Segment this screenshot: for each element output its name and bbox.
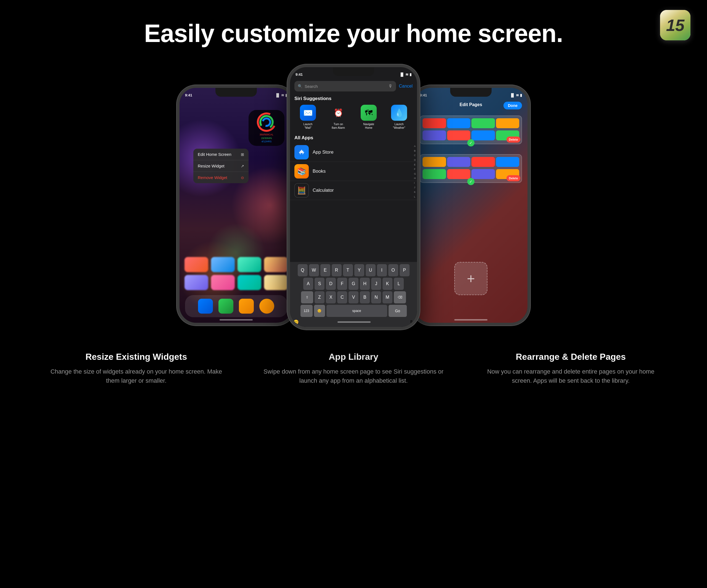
key-l[interactable]: L [394,278,404,290]
mini-app-9 [423,157,446,167]
right-time: 9:41 [420,93,427,97]
siri-app-mail[interactable]: ✉️ Launch"Mail" [294,105,322,130]
key-h[interactable]: H [360,278,370,290]
key-s[interactable]: S [314,278,325,290]
widgets-desc: Change the size of widgets already on yo… [44,367,228,385]
delete-badge-1[interactable]: Delete [506,136,520,142]
key-m[interactable]: M [382,291,393,303]
key-q[interactable]: Q [298,264,308,276]
context-item-remove[interactable]: Remove Widget ⊖ [193,172,248,183]
siri-weather-label: Launch"Weather" [393,122,405,130]
search-bar[interactable]: 🔍 Search 🎙 [294,81,396,92]
key-j[interactable]: J [371,278,381,290]
context-item-edit[interactable]: Edit Home Screen ⊞ [193,149,248,160]
activity-widget: 350/500CAL 15/30MIN 4/12HRS [248,110,284,146]
key-space[interactable]: space [327,305,387,317]
add-page-button[interactable]: + [454,262,487,295]
page-preview-1: ✓ Delete [420,116,522,144]
page-check-2: ✓ [467,178,474,185]
key-o[interactable]: O [388,264,398,276]
calories-stat: 350/500CAL [260,133,273,136]
key-w[interactable]: W [309,264,319,276]
mini-app-7 [471,130,495,140]
keyboard: Q W E R T Y U I O P A S D F G H [290,262,417,327]
mic-key-bottom: 🎙 [409,320,414,325]
edit-home-label: Edit Home Screen [198,152,231,157]
key-g[interactable]: G [348,278,359,290]
main-heading: Easily customize your home screen. [0,0,707,64]
home-indicator-left [220,319,253,321]
bottom-section: Resize Existing Widgets Change the size … [0,335,707,402]
resize-icon: ↗ [241,164,244,168]
clock-icon: ⏰ [330,105,346,121]
key-r[interactable]: R [332,264,342,276]
siri-app-clock[interactable]: ⏰ Turn on8am Alarm [325,105,352,130]
key-z[interactable]: Z [314,291,325,303]
keyboard-row-1: Q W E R T Y U I O P [291,264,416,276]
key-y[interactable]: Y [354,264,364,276]
key-b[interactable]: B [360,291,370,303]
blurred-app-7 [237,275,261,290]
siri-app-maps[interactable]: 🗺 NavigateHome [355,105,382,130]
left-time: 9:41 [185,93,192,97]
key-c[interactable]: C [337,291,347,303]
key-delete[interactable]: ⌫ [394,291,406,303]
key-i[interactable]: I [377,264,387,276]
widgets-title: Resize Existing Widgets [44,352,228,362]
key-n[interactable]: N [371,291,381,303]
key-go[interactable]: Go [389,305,407,317]
left-signals: ▐▌ ≋ ▮ [275,93,287,97]
center-time: 9:41 [296,72,303,76]
key-123[interactable]: 123 [300,305,313,317]
delete-badge-2[interactable]: Delete [506,175,520,181]
key-f[interactable]: F [337,278,347,290]
key-v[interactable]: V [348,291,359,303]
key-t[interactable]: T [343,264,353,276]
dock-app-safari[interactable] [239,299,254,314]
key-a[interactable]: A [303,278,313,290]
mini-app-5 [423,130,446,140]
context-item-resize[interactable]: Resize Widget ↗ [193,160,248,172]
cancel-button[interactable]: Cancel [399,84,413,89]
phone-right: 9:41 ▐▌ ≋ ▮ Done Edit Pages [411,85,530,326]
app-list-item-books[interactable]: 📚 Books [290,162,417,181]
center-power-button [419,106,420,122]
key-u[interactable]: U [366,264,376,276]
siri-app-weather[interactable]: 💧 Launch"Weather" [385,105,413,130]
key-p[interactable]: P [400,264,410,276]
left-phone-screen: 9:41 ▐▌ ≋ ▮ 350/500CAL 15/30MIN 4/12HRS [179,88,293,323]
center-signals: ▐▌ ≋ ▮ [399,72,411,76]
phones-container: 9:41 ▐▌ ≋ ▮ 350/500CAL 15/30MIN 4/12HRS [0,64,707,330]
left-notch [215,88,257,97]
key-k[interactable]: K [382,278,393,290]
dock-app-phone[interactable] [198,299,213,314]
app-list: App Store 📚 Books 🧮 Calculator A B C D E [290,143,417,200]
volume-up-button [177,138,177,154]
key-e[interactable]: E [321,264,330,276]
key-emoji[interactable]: 😊 [314,305,325,317]
blurred-app-1 [184,257,208,272]
right-notch [450,88,492,97]
dock-app-messages[interactable] [218,299,233,314]
mini-app-6 [447,130,471,140]
mic-icon: 🎙 [388,84,393,89]
key-d[interactable]: D [326,278,336,290]
app-list-item-appstore[interactable]: App Store [290,143,417,162]
key-shift[interactable]: ⇧ [301,291,313,303]
activity-stats: 350/500CAL 15/30MIN 4/12HRS [260,133,273,143]
edit-home-icon: ⊞ [241,152,244,157]
mini-app-4 [496,118,519,128]
key-x[interactable]: X [326,291,336,303]
center-volume-down-button [287,139,288,156]
remove-icon: ⊖ [241,175,244,180]
app-list-item-calculator[interactable]: 🧮 Calculator [290,181,417,200]
search-placeholder: Search [305,84,318,89]
mini-app-15 [471,169,495,179]
library-title: App Library [262,352,446,362]
phone-center: 9:41 ▐▌ ≋ ▮ 🔍 Search 🎙 Cancel Siri Sugge… [287,64,420,330]
blurred-app-5 [184,275,208,290]
activity-rings [257,112,276,132]
weather-icon: 💧 [391,105,407,121]
siri-maps-label: NavigateHome [363,122,374,130]
dock-app-music[interactable] [259,299,274,314]
